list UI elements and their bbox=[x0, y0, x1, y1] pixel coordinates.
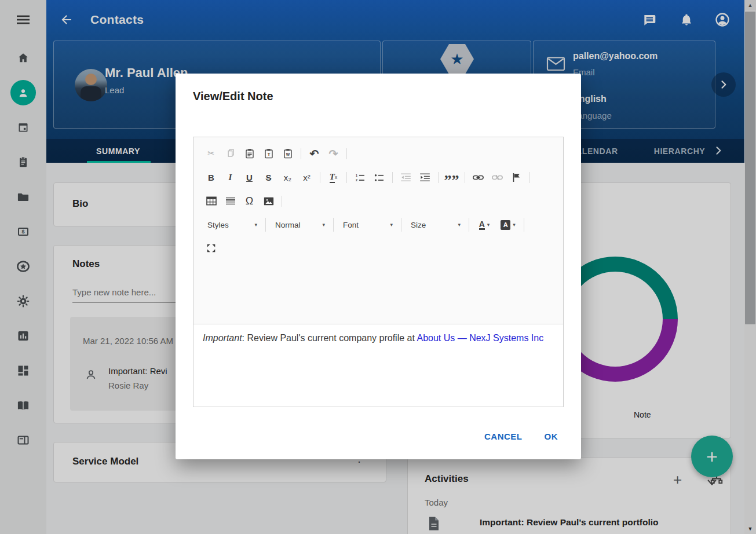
sidebar-item-dashboard[interactable] bbox=[0, 357, 46, 385]
scrollbar-thumb[interactable] bbox=[745, 12, 755, 324]
app-sidebar: $ bbox=[0, 0, 46, 534]
bio-title: Bio bbox=[72, 198, 88, 210]
svg-text:T: T bbox=[267, 152, 270, 157]
sidebar-item-reports[interactable] bbox=[0, 322, 46, 350]
fab-collapse-chevron-icon[interactable] bbox=[706, 478, 718, 490]
underline-icon[interactable]: U bbox=[240, 169, 259, 185]
anchor-flag-icon[interactable] bbox=[507, 169, 526, 185]
svg-text:$: $ bbox=[21, 229, 24, 235]
active-tab-underline bbox=[87, 161, 151, 163]
cut-icon[interactable]: ✂ bbox=[202, 145, 221, 162]
paste-text-icon[interactable]: T bbox=[259, 145, 278, 162]
maximize-icon[interactable] bbox=[202, 240, 221, 256]
chevron-down-icon: ▾ bbox=[458, 222, 461, 228]
contacts-active-indicator bbox=[10, 80, 36, 105]
hamburger-menu-icon[interactable] bbox=[0, 6, 46, 34]
note-text: Important: Revi bbox=[108, 366, 167, 376]
activities-card: Activities + Today Important: Review Pau… bbox=[407, 458, 731, 534]
sidebar-item-accounts[interactable] bbox=[0, 426, 46, 454]
sidebar-item-documents[interactable] bbox=[0, 183, 46, 211]
sidebar-item-favorites[interactable] bbox=[0, 253, 46, 280]
note-editor-content[interactable]: Important: Review Paul's current company… bbox=[193, 325, 563, 407]
italic-icon[interactable]: I bbox=[221, 169, 240, 185]
subscript-icon[interactable]: x₂ bbox=[278, 169, 297, 185]
styles-dropdown[interactable]: Styles▾ bbox=[202, 217, 262, 233]
add-activity-icon[interactable]: + bbox=[673, 471, 682, 489]
contact-type: Lead bbox=[105, 85, 124, 95]
superscript-icon[interactable]: x² bbox=[297, 169, 316, 185]
numbered-list-icon[interactable]: 12 bbox=[350, 169, 370, 185]
fab-add-button[interactable]: + bbox=[691, 436, 733, 477]
chat-icon[interactable] bbox=[636, 12, 663, 27]
outdent-icon[interactable] bbox=[396, 169, 415, 185]
sidebar-item-settings[interactable] bbox=[0, 287, 46, 315]
size-dropdown[interactable]: Size▾ bbox=[405, 217, 465, 233]
cancel-button[interactable]: CANCEL bbox=[484, 431, 523, 441]
note-author: Rosie Ray bbox=[108, 381, 148, 390]
notes-title: Notes bbox=[72, 258, 100, 270]
text-color-button[interactable]: A▾ bbox=[473, 217, 496, 233]
sidebar-item-tasks[interactable] bbox=[0, 148, 46, 176]
contact-email-value: pallen@yahoo.com bbox=[573, 51, 658, 61]
sidebar-item-billing[interactable]: $ bbox=[0, 218, 46, 246]
note-link[interactable]: About Us — NexJ Systems Inc bbox=[417, 333, 543, 343]
star-glyph: ★ bbox=[450, 50, 463, 68]
copy-icon[interactable] bbox=[221, 145, 240, 162]
unlink-icon[interactable] bbox=[488, 169, 507, 185]
account-circle-icon[interactable] bbox=[708, 12, 736, 28]
contact-avatar[interactable] bbox=[75, 69, 107, 101]
view-edit-note-dialog: View/Edit Note ✂ T W ↶ ↷ bbox=[176, 74, 581, 459]
svg-text:2: 2 bbox=[356, 178, 357, 182]
editor-toolbar: ✂ T W ↶ ↷ B I bbox=[193, 137, 563, 324]
tab-summary-label: SUMMARY bbox=[96, 147, 140, 156]
activity-item-title[interactable]: Important: Review Paul's current portfol… bbox=[480, 517, 659, 528]
sidebar-item-directory[interactable] bbox=[0, 392, 46, 419]
plus-icon: + bbox=[706, 445, 718, 468]
svg-text:W: W bbox=[286, 152, 290, 156]
link-icon[interactable] bbox=[469, 169, 488, 185]
envelope-icon bbox=[546, 56, 565, 74]
table-icon[interactable] bbox=[202, 193, 221, 209]
bulleted-list-icon[interactable] bbox=[370, 169, 389, 185]
chevron-down-icon: ▾ bbox=[322, 222, 325, 228]
ok-button[interactable]: OK bbox=[545, 431, 558, 441]
special-char-icon[interactable]: Ω bbox=[240, 193, 259, 209]
tab-hierarchy-label: HIERARCHY bbox=[654, 147, 706, 156]
paste-icon[interactable] bbox=[240, 145, 259, 162]
sidebar-item-contacts[interactable] bbox=[0, 79, 46, 107]
chevron-down-icon: ▾ bbox=[390, 222, 393, 228]
background-color-button[interactable]: A▾ bbox=[496, 217, 520, 233]
redo-icon[interactable]: ↷ bbox=[324, 145, 343, 162]
sidebar-item-calendar[interactable] bbox=[0, 114, 46, 141]
paste-word-icon[interactable]: W bbox=[278, 145, 297, 162]
bold-icon[interactable]: B bbox=[202, 169, 221, 185]
scroll-down-button[interactable]: ▼ bbox=[744, 524, 756, 534]
font-dropdown[interactable]: Font▾ bbox=[337, 217, 397, 233]
activities-title: Activities bbox=[425, 473, 469, 485]
remove-format-icon[interactable]: Tx bbox=[324, 169, 343, 185]
hero-next-button[interactable] bbox=[711, 72, 736, 97]
note-date: Mar 21, 2022 10:56 AM bbox=[83, 336, 173, 346]
scroll-up-button[interactable]: ▲ bbox=[744, 0, 756, 10]
horizontal-rule-icon[interactable] bbox=[221, 193, 240, 209]
undo-icon[interactable]: ↶ bbox=[305, 145, 324, 162]
blockquote-icon[interactable]: ”” bbox=[442, 169, 461, 185]
bell-icon[interactable] bbox=[673, 12, 700, 27]
star-badge-icon: ★ bbox=[440, 44, 474, 74]
tab-hierarchy[interactable]: HIERARCHY bbox=[645, 139, 714, 163]
image-icon[interactable] bbox=[259, 193, 278, 209]
back-arrow-icon[interactable] bbox=[53, 7, 80, 32]
vertical-scrollbar[interactable]: ▲ ▼ bbox=[744, 0, 756, 534]
strikethrough-icon[interactable]: S bbox=[259, 169, 278, 185]
svg-text:1: 1 bbox=[356, 173, 357, 177]
note-author-icon bbox=[84, 368, 98, 384]
tabs-overflow-chevron-icon[interactable] bbox=[713, 145, 724, 159]
tab-summary[interactable]: SUMMARY bbox=[76, 139, 160, 163]
rich-text-editor: ✂ T W ↶ ↷ B I bbox=[193, 137, 564, 407]
paragraph-format-dropdown[interactable]: Normal▾ bbox=[269, 217, 330, 233]
sidebar-item-home[interactable] bbox=[0, 44, 46, 72]
indent-icon[interactable] bbox=[415, 169, 434, 185]
top-app-bar: Contacts bbox=[46, 0, 744, 39]
dialog-actions: CANCEL OK bbox=[484, 431, 558, 441]
note-italic-word: Important bbox=[203, 333, 242, 343]
